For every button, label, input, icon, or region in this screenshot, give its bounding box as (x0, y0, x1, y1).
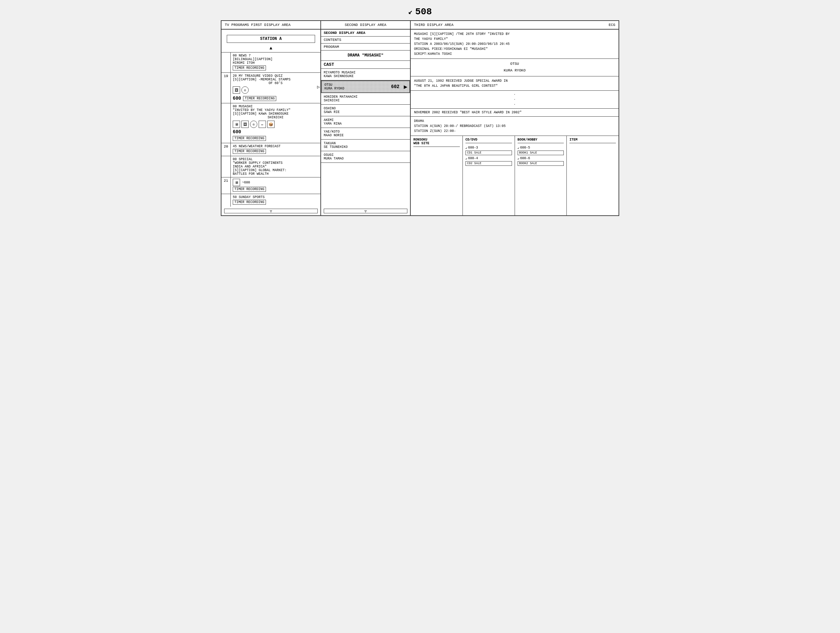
header-first-area: TV PROGRAMS FIRST DISPLAY AREA (221, 21, 321, 29)
cast-row-honiden[interactable]: HONIDEN MATAHACHI SHINICHI (321, 93, 410, 104)
channel-num-20-musashi (221, 103, 231, 143)
channel-row-21: 21 🖥 ~600 TIMER RECORDING (221, 177, 321, 194)
cast-row-osugi[interactable]: OSUGI MURA TAMAO (321, 151, 410, 163)
cast-row-akemi[interactable]: AKEMI YAMA RINA (321, 116, 410, 128)
third-dots: ··· (411, 91, 619, 109)
grid-col-cddvd: CD/DVD ↙ 600-3 CD1 SALE ↙ 600-4 CD2 (463, 136, 515, 215)
curve-arrow-icon2: ↙ (466, 157, 467, 160)
station-box: STATION A (227, 35, 315, 43)
timer-recording-badge-20: TIMER RECORDING (233, 149, 266, 154)
scroll-right-icon: ▷ (317, 84, 320, 90)
drama-label: DRAMA "MUSASHI" (321, 51, 410, 61)
timer-recording-badge-sports: TIMER RECORDING (233, 200, 266, 205)
cd2-item: ↙ 600-4 CD2 SALE (466, 157, 512, 166)
channel-content-news7: 00 NEWS 7 [BILINGUAL][CAPTION] HIROMI IT… (231, 52, 321, 73)
grid-header-item: ITEM (569, 138, 616, 143)
tv-icon-21: 🖥 (233, 179, 240, 186)
header-row: TV PROGRAMS FIRST DISPLAY AREA SECOND DI… (221, 21, 619, 30)
third-hair-award: NOVEMBER 2002 RECEIVED "BEST HAIR STYLE … (411, 109, 619, 117)
cd2-sale-box[interactable]: CD2 SALE (466, 161, 512, 166)
header-second-area: SECOND DISPLAY AREA (321, 21, 411, 29)
timer-recording-badge-21: TIMER RECORDING (233, 187, 266, 192)
channel-row-sports: 50 SUNDAY SPORTS TIMER RECORDING (221, 194, 321, 207)
second-scroll-bar[interactable]: ▽ (324, 209, 407, 213)
cast-number: 602 (391, 84, 399, 89)
pencil-icon: ✏ (259, 120, 266, 128)
second-display-area: SECOND DISPLAY AREA CONTENTS PROGRAM DRA… (321, 30, 411, 215)
third-award-text: AUGUST 21, 1992 RECEIVED JUDGE SPECIAL A… (411, 76, 619, 91)
cast-row-yae[interactable]: YAE/KOTO MAAO NORIE (321, 128, 410, 139)
channel-num-20: 20 (221, 143, 231, 156)
grid-col-ronsoku: RONSOKUWEB SITE (411, 136, 463, 215)
timer-recording-badge-19: TIMER RECORDING (243, 96, 276, 101)
cast-row-otsu[interactable]: OTSU KURA RYOKO 602 ▶ ▷ (321, 81, 410, 93)
contents-label: CONTENTS (321, 36, 410, 44)
scroll-triangle-down: ▽ (270, 209, 272, 213)
cast-arrow-icon: ▶ (404, 83, 407, 90)
photo-icon2: 🖼 (242, 120, 249, 128)
grid-col-item: ITEM (567, 136, 619, 215)
channel-content-21: 🖥 ~600 TIMER RECORDING (231, 177, 321, 194)
channel-content-19: 20 MY TREASURE VIDEO QUIZ [S][CAPTION] -… (231, 73, 321, 103)
cd1-sale-box[interactable]: CD1 SALE (466, 150, 512, 155)
box-icon: 📦 (267, 120, 275, 128)
channel-content-20: 45 NEWS/WEATHER FORECAST TIMER RECORDING (231, 143, 321, 156)
third-cast-detail: OTSU KURA RYOKO (411, 59, 619, 76)
channel-row-musashi: 00 MUSASHI "INVITED BY THE YAGYU FAMILY"… (221, 103, 321, 143)
grid-col-book: BOOK/HOBBY ↙ 600-5 BOOK1 SALE ↙ 600-6 (515, 136, 567, 215)
second-area-label: SECOND DISPLAY AREA (321, 30, 410, 36)
third-display-area: MUSASHI [S][CAPTION] /THE 26TH STORY "IN… (411, 30, 619, 215)
book2-sale-box[interactable]: BOOK2 SALE (518, 161, 564, 166)
cast-row-oshino[interactable]: OSHINO SAWA RIE (321, 104, 410, 116)
tv-icon: 🖥 (233, 120, 240, 128)
book2-item: ↙ 600-6 BOOK2 SALE (518, 157, 564, 166)
arrow-icon: ↙ (408, 7, 412, 16)
channel-row-20: 20 45 NEWS/WEATHER FORECAST TIMER RECORD… (221, 143, 321, 156)
program-label: PROGRAM (321, 44, 410, 51)
curve-arrow-icon3: ↙ (518, 146, 519, 150)
channel-num (221, 52, 231, 73)
icons-row-19: 🖼 ◎ (233, 86, 318, 94)
cd1-item: ↙ 600-3 CD1 SALE (466, 146, 512, 155)
timer-recording-badge: TIMER RECORDING (233, 65, 266, 70)
channel-row-news7: 00 NEWS 7 [BILINGUAL][CAPTION] HIROMI IT… (221, 52, 321, 73)
third-bottom-grid: RONSOKUWEB SITE CD/DVD ↙ 600-3 CD1 SALE (411, 136, 619, 215)
first-display-area: STATION A ▲ 00 NEWS 7 [BILINGUAL][CAPTIO… (221, 30, 321, 215)
second-scroll-triangle: ▽ (365, 209, 367, 213)
body-row: STATION A ▲ 00 NEWS 7 [BILINGUAL][CAPTIO… (221, 30, 619, 215)
cast-row-miyamoto[interactable]: MIYAMOTO MUSASHI KAWA SHINNOSUKE (321, 69, 410, 81)
icons-row-musashi: 🖥 🖼 ◎ ✏ 📦 (233, 120, 318, 128)
grid-header-book: BOOK/HOBBY (518, 138, 564, 143)
header-third-area: THIRD DISPLAY AREA ECG (411, 21, 619, 29)
cast-row-takuan[interactable]: TAKUAN SE TSUNEHIKO (321, 139, 410, 151)
third-drama-info: DRAMA STATION A(SUN) 20:00-/ REBROADCAST… (411, 117, 619, 136)
main-container: TV PROGRAMS FIRST DISPLAY AREA SECOND DI… (221, 20, 619, 216)
cast-label: CAST (321, 61, 410, 69)
grid-header-cddvd: CD/DVD (466, 138, 512, 143)
channel-num-sports (221, 194, 231, 207)
disc-icon: ◎ (242, 86, 249, 94)
grid-header-ronsoku: RONSOKUWEB SITE (414, 138, 460, 147)
scroll-bar[interactable]: ▽ (224, 209, 318, 213)
channel-content-musashi: 00 MUSASHI "INVITED BY THE YAGYU FAMILY"… (231, 103, 321, 143)
channel-num-21: 21 (221, 177, 231, 194)
curve-arrow-icon4: ↙ (518, 157, 519, 160)
channel-row-19: 19 20 MY TREASURE VIDEO QUIZ [S][CAPTION… (221, 73, 321, 103)
channel-num-special (221, 156, 231, 177)
timer-recording-badge-musashi: TIMER RECORDING (233, 136, 266, 141)
book1-sale-box[interactable]: BOOK1 SALE (518, 150, 564, 155)
curve-arrow-icon1: ↙ (466, 146, 467, 150)
disc-icon2: ◎ (250, 120, 257, 128)
book1-item: ↙ 600-5 BOOK1 SALE (518, 146, 564, 155)
third-program-detail: MUSASHI [S][CAPTION] /THE 26TH STORY "IN… (411, 30, 619, 59)
channel-content-special: 00 SPECIAL "WORKER SUPPLY CONTINENTS IND… (231, 156, 321, 177)
photo-icon: 🖼 (233, 86, 240, 94)
channel-content-sports: 50 SUNDAY SPORTS TIMER RECORDING (231, 194, 321, 207)
triangle-up-icon: ▲ (224, 46, 318, 51)
channel-row-special: 00 SPECIAL "WORKER SUPPLY CONTINENTS IND… (221, 156, 321, 177)
channel-num-19: 19 (221, 73, 231, 103)
page-title: ↙ 508 (408, 6, 432, 17)
